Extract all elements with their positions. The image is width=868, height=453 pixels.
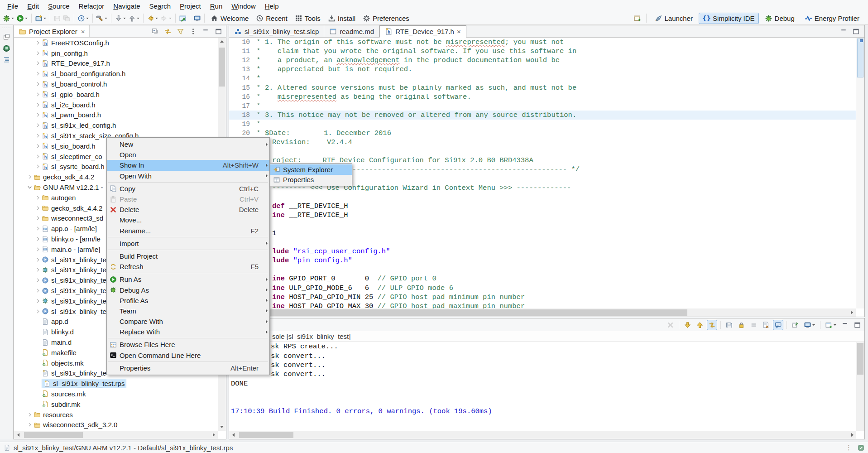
chevron-right-icon[interactable]	[35, 112, 42, 118]
dropdown-chevron-icon[interactable]	[137, 18, 139, 20]
context-menu-item-delete[interactable]: DeleteDelete	[107, 204, 269, 215]
context-menu-item-properties[interactable]: PropertiesAlt+Enter	[107, 363, 269, 373]
context-menu-item-build-project[interactable]: Build Project	[107, 251, 269, 261]
chevron-right-icon[interactable]	[35, 288, 42, 294]
dropdown-chevron-icon[interactable]	[812, 324, 815, 327]
chevron-right-icon[interactable]	[27, 174, 34, 180]
selected-tree-item[interactable]: sl_si91x_blinky_test.rps	[42, 379, 126, 388]
chevron-right-icon[interactable]	[35, 40, 42, 46]
terminate-button[interactable]	[665, 320, 676, 330]
maximize-button[interactable]	[852, 320, 863, 330]
scroll-lock-button[interactable]	[773, 320, 783, 330]
build-button[interactable]	[95, 14, 109, 23]
hardware-view-button[interactable]	[3, 44, 10, 52]
pin-editor-button[interactable]	[178, 14, 187, 23]
context-menu-item-replace-with[interactable]: Replace With	[107, 327, 269, 337]
chevron-right-icon[interactable]	[35, 164, 42, 169]
annotation-marker[interactable]	[860, 39, 863, 42]
pin-console-button[interactable]	[790, 320, 801, 330]
scrollbar-thumb[interactable]	[219, 48, 225, 87]
context-menu-item-import[interactable]: Import	[107, 238, 269, 249]
dropdown-chevron-icon[interactable]	[11, 18, 14, 20]
run-button[interactable]	[15, 14, 29, 23]
chevron-right-icon[interactable]	[35, 50, 42, 56]
console-view-button[interactable]	[192, 14, 202, 23]
close-icon[interactable]: ×	[457, 28, 461, 35]
dropdown-chevron-icon[interactable]	[123, 18, 126, 20]
forward-button[interactable]	[159, 14, 173, 23]
save-all-button[interactable]	[62, 14, 72, 23]
scroll-right-arrow[interactable]	[848, 308, 856, 316]
scroll-up-button[interactable]	[695, 320, 705, 330]
chevron-right-icon[interactable]	[35, 298, 42, 304]
context-menu-item-team[interactable]: Team	[107, 306, 269, 316]
chevron-right-icon[interactable]	[35, 215, 42, 221]
context-menu-item-open-command-line-here[interactable]: Open Command Line Here	[107, 350, 269, 361]
tree-item-sl-si91x-blinky-test-rps[interactable]: sl_si91x_blinky_test.rps	[14, 378, 218, 389]
minimize-button[interactable]	[839, 27, 849, 36]
view-menu-button[interactable]	[188, 27, 198, 36]
scroll-left-arrow[interactable]	[14, 431, 22, 439]
context-menu-item-open-with[interactable]: Open With	[107, 171, 269, 181]
scrollbar-thumb[interactable]	[239, 432, 293, 438]
toolbar-link-install[interactable]: Install	[324, 13, 359, 24]
dropdown-chevron-icon[interactable]	[25, 18, 28, 20]
editor-tab-sl-si91x-blinky-test-slcp[interactable]: sl_si91x_blinky_test.slcp	[229, 25, 324, 37]
console-output[interactable]: sk RPS create...sk convert...sk convert.…	[229, 342, 856, 431]
context-menu-item-open[interactable]: Open	[107, 149, 269, 160]
swap-button[interactable]	[707, 320, 717, 330]
chevron-right-icon[interactable]	[35, 205, 42, 211]
menu-window[interactable]: Window	[227, 1, 260, 11]
close-icon[interactable]: ×	[80, 28, 85, 35]
editor-horizontal-scrollbar[interactable]	[229, 308, 856, 317]
restore-views-button[interactable]	[3, 33, 10, 41]
chevron-right-icon[interactable]	[35, 257, 42, 263]
perspective-debug[interactable]: Debug	[761, 13, 799, 24]
overview-ruler[interactable]	[856, 38, 864, 308]
chevron-right-icon[interactable]	[35, 308, 42, 314]
context-menu-item-refresh[interactable]: RefreshF5	[107, 261, 269, 272]
project-explorer-tab[interactable]: Project Explorer ×	[14, 25, 90, 37]
status-corner-icon[interactable]	[858, 444, 864, 451]
tree-item-freertosconfig-h[interactable]: hFreeRTOSConfig.h	[14, 38, 218, 48]
next-annotation-button[interactable]	[114, 14, 127, 23]
chevron-right-icon[interactable]	[35, 154, 42, 159]
debug-button[interactable]	[2, 14, 15, 23]
collapse-all-button[interactable]	[150, 27, 160, 36]
link-editor-button[interactable]	[163, 27, 173, 36]
tree-item-rte-device-917-h[interactable]: hRTE_Device_917.h	[14, 58, 218, 69]
dropdown-chevron-icon[interactable]	[169, 18, 172, 20]
context-menu-item-copy[interactable]: CopyCtrl+C	[107, 183, 269, 194]
menu-edit[interactable]: Edit	[23, 1, 43, 11]
menu-refactor[interactable]: Refactor	[74, 1, 109, 11]
chevron-right-icon[interactable]	[35, 71, 42, 77]
save-button[interactable]	[53, 14, 62, 23]
chevron-right-icon[interactable]	[35, 236, 42, 242]
dropdown-chevron-icon[interactable]	[105, 18, 107, 20]
tree-item-sl-board-control-h[interactable]: hsl_board_control.h	[14, 79, 218, 89]
editor-tab-rte-device-917-h[interactable]: hRTE_Device_917.h×	[379, 25, 466, 38]
scroll-left-arrow[interactable]	[229, 431, 237, 439]
menu-navigate[interactable]: Navigate	[109, 1, 144, 11]
perspective-launcher[interactable]: Launcher	[651, 13, 697, 24]
chevron-right-icon[interactable]	[35, 143, 42, 149]
tree-item-subdir-mk[interactable]: subdir.mk	[14, 399, 218, 410]
menu-run[interactable]: Run	[206, 1, 227, 11]
menu-file[interactable]: File	[3, 1, 23, 11]
maximize-button[interactable]	[851, 27, 861, 36]
tree-item-sl-pwm-board-h[interactable]: hsl_pwm_board.h	[14, 110, 218, 120]
open-console-button[interactable]	[824, 320, 838, 330]
lock-console-button[interactable]	[736, 320, 747, 330]
context-menu-item-show-in[interactable]: Show InAlt+Shift+W	[107, 160, 269, 170]
tree-item-sl-gpio-board-h[interactable]: hsl_gpio_board.h	[14, 89, 218, 100]
history-button[interactable]	[77, 14, 90, 23]
toolbar-link-tools[interactable]: Tools	[291, 13, 324, 24]
submenu-item-properties[interactable]: Properties	[270, 175, 352, 185]
tree-item-sl-board-configuration-h[interactable]: hsl_board_configuration.h	[14, 68, 218, 79]
save-console-button[interactable]	[724, 320, 734, 330]
context-menu-item-paste[interactable]: PasteCtrl+V	[107, 194, 269, 204]
context-menu-item-debug-as[interactable]: Debug As	[107, 284, 269, 295]
chevron-right-icon[interactable]	[35, 277, 42, 283]
prev-annotation-button[interactable]	[127, 14, 141, 23]
console-horizontal-scrollbar[interactable]	[229, 431, 856, 439]
